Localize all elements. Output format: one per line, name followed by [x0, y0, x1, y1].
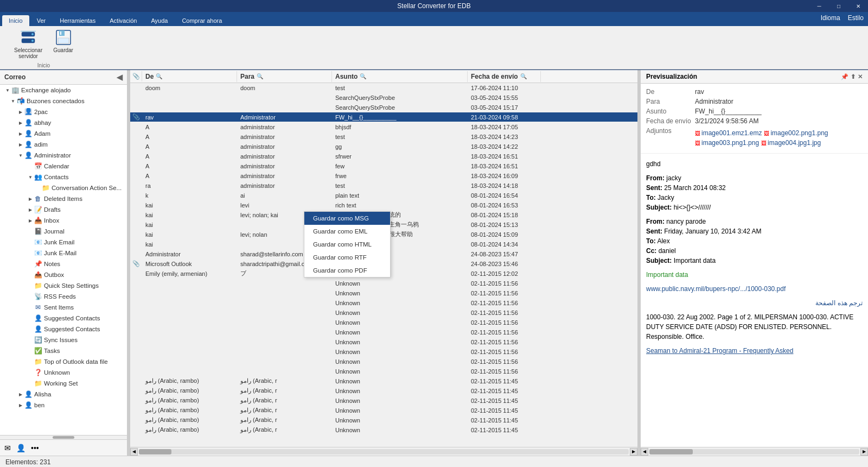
- sidebar-item-deleted[interactable]: ▶ 🗑 Deleted Items: [0, 193, 127, 204]
- preview-thumb[interactable]: [649, 449, 693, 455]
- search-de-icon[interactable]: 🔍: [156, 73, 162, 79]
- preview-link2[interactable]: Seaman to Admiral-21 Program - Frequentl…: [646, 346, 863, 356]
- email-row[interactable]: k ai plain text 08-01-2024 16:54: [130, 191, 637, 200]
- sidebar-item-junk-email[interactable]: 📧 Junk Email: [0, 237, 127, 248]
- window-controls[interactable]: ─ □ ✕: [809, 0, 868, 12]
- sidebar-item-adim[interactable]: ▶ 👤 adim: [0, 139, 127, 150]
- idioma-link[interactable]: Idioma: [821, 14, 840, 22]
- preview-scroll-left[interactable]: ◀: [641, 448, 648, 456]
- search-fecha-icon[interactable]: 🔍: [520, 73, 527, 79]
- contacts-bottom-icon[interactable]: 👤: [16, 444, 25, 452]
- email-row[interactable]: رامو (Arabic, rambo) رامو (Arabic, r Unk…: [130, 425, 637, 435]
- tab-inicio[interactable]: Inicio: [2, 15, 29, 26]
- sidebar-item-inbox[interactable]: ▶ 📥 Inbox: [0, 215, 127, 226]
- email-row[interactable]: Unknown 02-11-2015 11:56: [130, 288, 637, 298]
- mail-icon[interactable]: ✉: [4, 444, 11, 452]
- email-row[interactable]: Unknown 02-11-2015 11:56: [130, 357, 637, 367]
- sidebar-item-notes[interactable]: 📌 Notes: [0, 258, 127, 269]
- search-para-icon[interactable]: 🔍: [257, 73, 263, 79]
- email-row[interactable]: رامو (Arabic, rambo) رامو (Arabic, r Unk…: [130, 415, 637, 425]
- seaman-link[interactable]: Seaman to Admiral-21 Program - Frequentl…: [646, 347, 793, 355]
- sidebar-item-ben[interactable]: ▶ 👤 ben: [0, 400, 127, 411]
- sidebar-item-abhay[interactable]: ▶ 👤 abhay: [0, 117, 127, 128]
- more-icon[interactable]: •••: [31, 444, 39, 452]
- preview-float-icon[interactable]: ⬆: [851, 73, 856, 80]
- sidebar-item-contacts[interactable]: ▼ 👥 Contacts: [0, 172, 127, 182]
- context-menu-item[interactable]: Guardar como EML: [304, 225, 390, 238]
- email-row[interactable]: A administrator test 18-03-2024 14:23: [130, 132, 637, 142]
- sidebar-item-administrator[interactable]: ▼ 👤 Administrator: [0, 150, 127, 161]
- sidebar-item-buzones[interactable]: ▼ 📬 Buzones conectados: [0, 96, 127, 106]
- horizontal-scrollbar[interactable]: ◀ ▶: [130, 447, 637, 456]
- email-row[interactable]: Unknown 02-11-2015 11:56: [130, 347, 637, 357]
- email-row[interactable]: A administrator sfrwer 18-03-2024 16:51: [130, 152, 637, 161]
- email-row[interactable]: A administrator frwe 18-03-2024 16:09: [130, 171, 637, 181]
- sidebar-item-tasks[interactable]: ✅ Tasks: [0, 345, 127, 356]
- context-menu-item[interactable]: Guardar como HTML: [304, 238, 390, 251]
- email-row[interactable]: Unknown 02-11-2015 11:56: [130, 337, 637, 347]
- preview-link1[interactable]: www.public.navy.mil/bupers-npc/.../1000-…: [646, 284, 863, 294]
- col-fecha[interactable]: Fecha de envío 🔍: [468, 71, 541, 82]
- sidebar-item-outbox[interactable]: 📤 Outbox: [0, 269, 127, 280]
- email-row[interactable]: A administrator gg 18-03-2024 14:22: [130, 142, 637, 152]
- email-row[interactable]: Unknown 02-11-2015 11:56: [130, 318, 637, 327]
- email-row[interactable]: Unknown 02-11-2015 11:56: [130, 367, 637, 376]
- email-row[interactable]: SearchQueryStxProbe 03-05-2024 15:17: [130, 103, 637, 112]
- sidebar-item-exchange[interactable]: ▼ 🏢 Exchange alojado: [0, 85, 127, 96]
- sidebar-item-sent[interactable]: ✉ Sent Items: [0, 302, 127, 313]
- search-asunto-icon[interactable]: 🔍: [360, 73, 366, 79]
- context-menu-item[interactable]: Guardar como PDF: [304, 264, 390, 277]
- minimize-button[interactable]: ─: [809, 0, 829, 12]
- col-para[interactable]: Para 🔍: [237, 71, 332, 82]
- tab-comprar[interactable]: Comprar ahora: [175, 15, 228, 26]
- email-row[interactable]: رامو (Arabic, rambo) رامو (Arabic, r Unk…: [130, 396, 637, 406]
- email-row[interactable]: رامو (Arabic, rambo) رامو (Arabic, r Unk…: [130, 406, 637, 415]
- sidebar-item-sync[interactable]: 🔄 Sync Issues: [0, 335, 127, 345]
- sidebar-item-rss[interactable]: 📡 RSS Feeds: [0, 291, 127, 302]
- sidebar-collapse-icon[interactable]: ◀: [117, 73, 123, 81]
- preview-link1-anchor[interactable]: www.public.navy.mil/bupers-npc/.../1000-…: [646, 285, 786, 293]
- tab-ver[interactable]: Ver: [30, 15, 53, 26]
- select-server-button[interactable]: Seleccionarservidor: [10, 27, 47, 61]
- attachment-4[interactable]: 🖼 image004.jpg1.jpg: [761, 139, 821, 147]
- preview-close-icon[interactable]: ✕: [858, 73, 863, 80]
- sidebar-item-conversation[interactable]: 📁 Conversation Action Se...: [0, 182, 127, 193]
- scroll-right-btn[interactable]: ▶: [630, 448, 637, 456]
- preview-pin-icon[interactable]: 📌: [841, 73, 848, 80]
- sidebar-item-quick-step[interactable]: 📁 Quick Step Settings: [0, 280, 127, 291]
- sidebar-item-alisha[interactable]: ▶ 👤 Alisha: [0, 389, 127, 400]
- sidebar-item-working-set[interactable]: 📁 Working Set: [0, 378, 127, 389]
- email-row[interactable]: A administrator bhjsdf 18-03-2024 17:05: [130, 122, 637, 132]
- save-button[interactable]: Guardar: [49, 27, 78, 61]
- sidebar-item-unknown[interactable]: ❓ Unknown: [0, 367, 127, 378]
- sidebar-item-calendar[interactable]: 📅 Calendar: [0, 161, 127, 172]
- scrollbar-thumb[interactable]: [139, 449, 171, 455]
- estilo-link[interactable]: Estilo: [848, 14, 864, 22]
- sidebar-item-top-outlook[interactable]: 📁 Top of Outlook data file: [0, 356, 127, 367]
- sidebar-item-journal[interactable]: 📓 Journal: [0, 226, 127, 237]
- email-row[interactable]: kai levi rich text 08-01-2024 16:53: [130, 200, 637, 210]
- sidebar-item-drafts[interactable]: ▶ 📝 Drafts: [0, 204, 127, 215]
- attachment-1[interactable]: 🖼 image001.emz1.emz: [695, 129, 762, 137]
- maximize-button[interactable]: □: [829, 0, 848, 12]
- context-menu-item[interactable]: Guardar como MSG: [304, 212, 390, 225]
- context-menu-item[interactable]: Guardar como RTF: [304, 251, 390, 264]
- email-row[interactable]: doom doom test 17-06-2024 11:10: [130, 83, 637, 93]
- email-row[interactable]: A administrator few 18-03-2024 16:51: [130, 161, 637, 171]
- email-row[interactable]: Unknown 02-11-2015 11:56: [130, 308, 637, 318]
- preview-scroll-right[interactable]: ▶: [860, 448, 868, 456]
- sidebar-item-suggested2[interactable]: 👤 Suggested Contacts: [0, 324, 127, 335]
- email-row[interactable]: Unknown 02-11-2015 11:56: [130, 279, 637, 288]
- col-de[interactable]: De 🔍: [142, 71, 237, 82]
- tab-herramientas[interactable]: Herramientas: [53, 15, 102, 26]
- sidebar-item-2pac[interactable]: ▶ 👤 2pac: [0, 106, 127, 117]
- email-row[interactable]: 📎 rav Administrator FW_hi__{}__________ …: [130, 112, 637, 122]
- sidebar-item-suggested1[interactable]: 👤 Suggested Contacts: [0, 313, 127, 324]
- attachment-3[interactable]: 🖼 image003.png1.png: [695, 139, 759, 147]
- email-row[interactable]: رامو (Arabic, rambo) رامو (Arabic, r Unk…: [130, 376, 637, 386]
- arabic-link[interactable]: ترجم هذه الصفحة: [815, 299, 863, 307]
- email-row[interactable]: ra administrator test 18-03-2024 14:18: [130, 181, 637, 191]
- scroll-left-btn[interactable]: ◀: [130, 448, 138, 456]
- sidebar-item-junk-e-mail[interactable]: 📧 Junk E-Mail: [0, 248, 127, 258]
- sidebar-item-adam[interactable]: ▶ 👤 Adam: [0, 128, 127, 139]
